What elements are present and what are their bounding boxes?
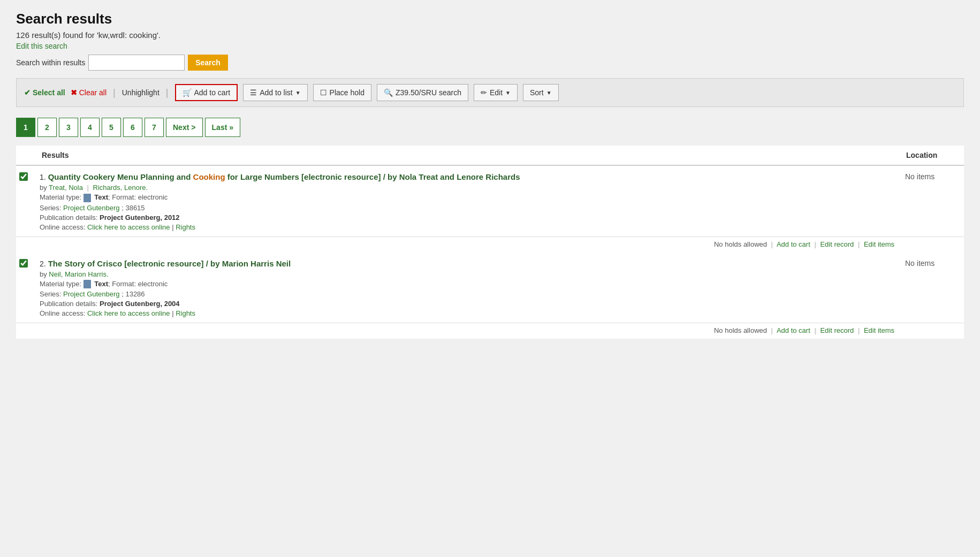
page-6-button[interactable]: 6 — [123, 118, 142, 137]
result-series-2: Series: Project Gutenberg ; 13286 — [40, 290, 893, 298]
page-1-button[interactable]: 1 — [16, 118, 35, 137]
last-button[interactable]: Last » — [205, 118, 241, 137]
sort-button[interactable]: Sort ▼ — [523, 84, 559, 101]
col-checkbox — [16, 146, 35, 165]
divider-2: | — [166, 87, 169, 98]
result-title-link-1[interactable]: Quantity Cookery Menu Planning and Cooki… — [48, 172, 520, 181]
result-number-2: 2. — [40, 260, 46, 268]
edit-search-link[interactable]: Edit this search — [16, 42, 67, 50]
next-button[interactable]: Next > — [166, 118, 203, 137]
result-series-1: Series: Project Gutenberg ; 38615 — [40, 204, 893, 212]
clear-all-button[interactable]: ✖ Clear all — [71, 88, 107, 97]
cart-action-1[interactable]: Add to cart — [777, 240, 810, 248]
page-5-button[interactable]: 5 — [102, 118, 121, 137]
results-table: Results Location 1.Quantity Cookery Menu… — [16, 146, 964, 339]
edit-items-action-1[interactable]: Edit items — [864, 240, 894, 248]
z3950-button[interactable]: 🔍 Z39.50/SRU search — [377, 84, 468, 101]
search-icon: 🔍 — [384, 88, 393, 97]
add-to-list-label: Add to list — [260, 88, 292, 97]
select-all-label: Select all — [33, 88, 65, 97]
result-material-1: Material type: Text; Format: electronic — [40, 193, 893, 202]
page-7-button[interactable]: 7 — [145, 118, 164, 137]
edit-caret: ▼ — [505, 90, 511, 96]
bookmark-icon: ☐ — [320, 88, 327, 97]
page-4-button[interactable]: 4 — [80, 118, 100, 137]
table-row: 1.Quantity Cookery Menu Planning and Coo… — [16, 165, 964, 236]
edit-label: Edit — [490, 88, 503, 97]
checkbox-cell-2 — [16, 253, 35, 323]
actions-row-1: No holds allowed | Add to cart | Edit re… — [16, 236, 964, 253]
clear-all-label: Clear all — [79, 88, 107, 97]
series-link-1[interactable]: Project Gutenberg — [63, 204, 120, 212]
pencil-icon: ✏ — [481, 88, 487, 97]
page-title: Search results — [16, 11, 964, 27]
author-link-2-0[interactable]: Neil, Marion Harris. — [49, 270, 108, 278]
unhighlight-label: Unhighlight — [122, 88, 159, 97]
next-label: Next — [173, 123, 189, 132]
author-link-1-1[interactable]: Richards, Lenore. — [93, 184, 148, 192]
cart-icon: 🛒 — [183, 88, 192, 97]
table-row: 2.The Story of Crisco [electronic resour… — [16, 253, 964, 323]
edit-items-action-2[interactable]: Edit items — [864, 326, 894, 334]
result-actions-1: No holds allowed | Add to cart | Edit re… — [35, 236, 900, 253]
page-3-button[interactable]: 3 — [59, 118, 78, 137]
search-within-label: Search within results — [16, 58, 85, 67]
select-all-button[interactable]: ✔ Select all — [24, 88, 65, 97]
material-icon-1 — [83, 194, 91, 202]
edit-record-action-1[interactable]: Edit record — [820, 240, 854, 248]
cart-action-2[interactable]: Add to cart — [777, 326, 810, 334]
result-pub-1: Publication details: Project Gutenberg, … — [40, 213, 893, 222]
rights-link-1[interactable]: Rights — [176, 223, 195, 231]
result-material-2: Material type: Text; Format: electronic — [40, 280, 893, 289]
sort-caret: ▼ — [546, 90, 552, 96]
add-to-list-button[interactable]: ☰ Add to list ▼ — [243, 84, 307, 101]
author-sep: | — [85, 184, 91, 192]
page-2-button[interactable]: 2 — [37, 118, 57, 137]
add-to-list-caret: ▼ — [295, 90, 301, 96]
checkbox-cell-1 — [16, 165, 35, 236]
results-summary: 126 result(s) found for 'kw,wrdl: cookin… — [16, 30, 964, 40]
material-icon-2 — [83, 280, 91, 288]
result-checkbox-2[interactable] — [19, 259, 28, 268]
result-authors-2: by Neil, Marion Harris. — [40, 270, 893, 278]
checkmark-icon: ✔ — [24, 88, 31, 97]
unhighlight-button[interactable]: Unhighlight — [122, 88, 159, 97]
search-within-button[interactable]: Search — [188, 55, 228, 71]
last-label: Last — [212, 123, 227, 132]
result-online-access-1: Online access: Click here to access onli… — [40, 223, 893, 231]
series-link-2[interactable]: Project Gutenberg — [63, 290, 120, 298]
result-number-1: 1. — [40, 173, 46, 181]
search-within-input[interactable] — [88, 55, 185, 71]
edit-record-action-2[interactable]: Edit record — [820, 326, 854, 334]
title-highlight-1: Cooking — [193, 172, 225, 181]
list-icon: ☰ — [250, 88, 257, 97]
result-title-link-2[interactable]: The Story of Crisco [electronic resource… — [48, 259, 291, 268]
search-within-row: Search within results Search — [16, 55, 964, 71]
toolbar: ✔ Select all ✖ Clear all | Unhighlight |… — [16, 78, 964, 107]
result-content-cell-1: 1.Quantity Cookery Menu Planning and Coo… — [35, 165, 900, 236]
last-icon: » — [229, 123, 233, 132]
place-hold-label: Place hold — [330, 88, 364, 97]
edit-button[interactable]: ✏ Edit ▼ — [474, 84, 518, 101]
col-results: Results — [35, 146, 900, 165]
col-location: Location — [900, 146, 964, 165]
cross-icon: ✖ — [71, 88, 77, 97]
location-cell-2: No items — [900, 253, 964, 323]
result-content-cell-2: 2.The Story of Crisco [electronic resour… — [35, 253, 900, 323]
rights-link-2[interactable]: Rights — [176, 309, 195, 317]
add-to-cart-label: Add to cart — [194, 88, 231, 97]
sort-label: Sort — [530, 88, 544, 97]
online-access-link-1[interactable]: Click here to access online — [87, 223, 170, 231]
next-icon: > — [191, 123, 195, 132]
online-access-link-2[interactable]: Click here to access online — [87, 309, 170, 317]
z3950-label: Z39.50/SRU search — [396, 88, 461, 97]
pagination: 1 2 3 4 5 6 7 Next > Last » — [16, 118, 964, 137]
place-hold-button[interactable]: ☐ Place hold — [313, 84, 371, 101]
actions-row-2: No holds allowed | Add to cart | Edit re… — [16, 323, 964, 339]
add-to-cart-button[interactable]: 🛒 Add to cart — [175, 84, 238, 101]
result-checkbox-1[interactable] — [19, 172, 28, 181]
result-actions-2: No holds allowed | Add to cart | Edit re… — [35, 323, 900, 339]
result-online-access-2: Online access: Click here to access onli… — [40, 309, 893, 317]
author-link-1-0[interactable]: Treat, Nola — [49, 184, 83, 192]
divider-1: | — [113, 87, 116, 98]
